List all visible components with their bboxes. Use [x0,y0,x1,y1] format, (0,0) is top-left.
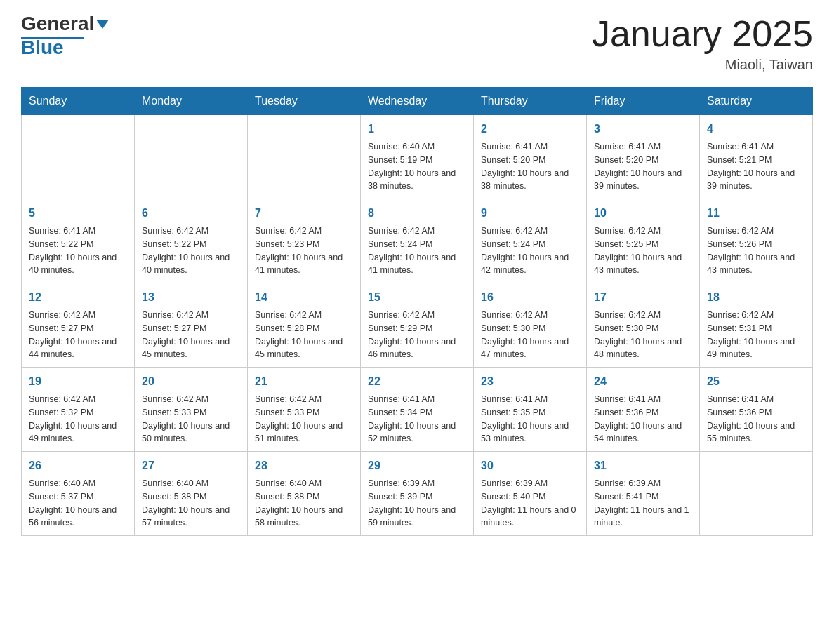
logo-text: General [21,14,109,34]
day-info: Sunrise: 6:41 AM Sunset: 5:20 PM Dayligh… [481,140,579,193]
day-info: Sunrise: 6:42 AM Sunset: 5:33 PM Dayligh… [142,393,240,445]
day-info: Sunrise: 6:42 AM Sunset: 5:25 PM Dayligh… [594,224,692,277]
calendar-cell: 3Sunrise: 6:41 AM Sunset: 5:20 PM Daylig… [587,115,700,199]
title-section: January 2025 Miaoli, Taiwan [592,14,813,73]
header-saturday: Saturday [700,88,813,115]
day-info: Sunrise: 6:42 AM Sunset: 5:24 PM Dayligh… [368,224,466,277]
header-monday: Monday [135,88,248,115]
calendar-cell: 21Sunrise: 6:42 AM Sunset: 5:33 PM Dayli… [248,368,361,452]
day-number: 4 [707,121,805,137]
calendar-cell: 8Sunrise: 6:42 AM Sunset: 5:24 PM Daylig… [361,199,474,283]
day-number: 7 [255,205,353,222]
day-number: 31 [594,457,692,474]
day-info: Sunrise: 6:42 AM Sunset: 5:27 PM Dayligh… [29,309,127,361]
day-number: 24 [594,373,692,390]
day-info: Sunrise: 6:42 AM Sunset: 5:33 PM Dayligh… [255,393,353,445]
day-number: 20 [142,373,240,390]
day-info: Sunrise: 6:42 AM Sunset: 5:30 PM Dayligh… [481,309,579,361]
calendar-cell [22,115,135,199]
calendar-header-row: SundayMondayTuesdayWednesdayThursdayFrid… [22,88,813,115]
day-number: 11 [707,205,805,222]
calendar-cell: 31Sunrise: 6:39 AM Sunset: 5:41 PM Dayli… [587,452,700,536]
day-number: 25 [707,373,805,390]
calendar-cell: 6Sunrise: 6:42 AM Sunset: 5:22 PM Daylig… [135,199,248,283]
month-title: January 2025 [592,14,813,54]
calendar-cell: 17Sunrise: 6:42 AM Sunset: 5:30 PM Dayli… [587,283,700,368]
calendar-cell: 18Sunrise: 6:42 AM Sunset: 5:31 PM Dayli… [700,283,813,368]
day-info: Sunrise: 6:42 AM Sunset: 5:27 PM Dayligh… [142,309,240,361]
calendar-cell: 20Sunrise: 6:42 AM Sunset: 5:33 PM Dayli… [135,368,248,452]
day-number: 2 [481,121,579,137]
day-info: Sunrise: 6:42 AM Sunset: 5:28 PM Dayligh… [255,309,353,361]
calendar-cell: 16Sunrise: 6:42 AM Sunset: 5:30 PM Dayli… [474,283,587,368]
day-number: 14 [255,289,353,306]
calendar-cell: 25Sunrise: 6:41 AM Sunset: 5:36 PM Dayli… [700,368,813,452]
day-info: Sunrise: 6:41 AM Sunset: 5:34 PM Dayligh… [368,393,466,445]
day-info: Sunrise: 6:42 AM Sunset: 5:22 PM Dayligh… [142,224,240,277]
calendar-cell: 12Sunrise: 6:42 AM Sunset: 5:27 PM Dayli… [22,283,135,368]
calendar-cell: 27Sunrise: 6:40 AM Sunset: 5:38 PM Dayli… [135,452,248,536]
calendar-cell: 9Sunrise: 6:42 AM Sunset: 5:24 PM Daylig… [474,199,587,283]
day-info: Sunrise: 6:41 AM Sunset: 5:20 PM Dayligh… [594,140,692,193]
day-number: 6 [142,205,240,222]
calendar-cell: 13Sunrise: 6:42 AM Sunset: 5:27 PM Dayli… [135,283,248,368]
location: Miaoli, Taiwan [592,57,813,73]
day-info: Sunrise: 6:42 AM Sunset: 5:32 PM Dayligh… [29,393,127,445]
day-info: Sunrise: 6:41 AM Sunset: 5:22 PM Dayligh… [29,224,127,277]
day-info: Sunrise: 6:42 AM Sunset: 5:30 PM Dayligh… [594,309,692,361]
day-number: 9 [481,205,579,222]
calendar-cell: 5Sunrise: 6:41 AM Sunset: 5:22 PM Daylig… [22,199,135,283]
calendar-cell: 2Sunrise: 6:41 AM Sunset: 5:20 PM Daylig… [474,115,587,199]
day-number: 8 [368,205,466,222]
day-info: Sunrise: 6:40 AM Sunset: 5:38 PM Dayligh… [142,477,240,530]
day-number: 1 [368,121,466,137]
day-info: Sunrise: 6:42 AM Sunset: 5:26 PM Dayligh… [707,224,805,277]
day-number: 18 [707,289,805,306]
day-number: 29 [368,457,466,474]
day-number: 13 [142,289,240,306]
day-info: Sunrise: 6:40 AM Sunset: 5:19 PM Dayligh… [368,140,466,193]
day-number: 28 [255,457,353,474]
day-info: Sunrise: 6:40 AM Sunset: 5:37 PM Dayligh… [29,477,127,530]
calendar-week-3: 12Sunrise: 6:42 AM Sunset: 5:27 PM Dayli… [22,283,813,368]
day-info: Sunrise: 6:40 AM Sunset: 5:38 PM Dayligh… [255,477,353,530]
header-wednesday: Wednesday [361,88,474,115]
day-number: 22 [368,373,466,390]
calendar-cell [135,115,248,199]
day-info: Sunrise: 6:42 AM Sunset: 5:31 PM Dayligh… [707,309,805,361]
day-info: Sunrise: 6:41 AM Sunset: 5:36 PM Dayligh… [594,393,692,445]
calendar-week-1: 1Sunrise: 6:40 AM Sunset: 5:19 PM Daylig… [22,115,813,199]
header-tuesday: Tuesday [248,88,361,115]
calendar-cell [248,115,361,199]
day-number: 17 [594,289,692,306]
calendar-week-4: 19Sunrise: 6:42 AM Sunset: 5:32 PM Dayli… [22,368,813,452]
day-info: Sunrise: 6:39 AM Sunset: 5:40 PM Dayligh… [481,477,579,530]
calendar-cell: 14Sunrise: 6:42 AM Sunset: 5:28 PM Dayli… [248,283,361,368]
calendar-cell: 24Sunrise: 6:41 AM Sunset: 5:36 PM Dayli… [587,368,700,452]
day-info: Sunrise: 6:41 AM Sunset: 5:21 PM Dayligh… [707,140,805,193]
header-friday: Friday [587,88,700,115]
calendar-cell: 23Sunrise: 6:41 AM Sunset: 5:35 PM Dayli… [474,368,587,452]
day-info: Sunrise: 6:42 AM Sunset: 5:29 PM Dayligh… [368,309,466,361]
day-info: Sunrise: 6:41 AM Sunset: 5:36 PM Dayligh… [707,393,805,445]
calendar-week-2: 5Sunrise: 6:41 AM Sunset: 5:22 PM Daylig… [22,199,813,283]
calendar-cell: 30Sunrise: 6:39 AM Sunset: 5:40 PM Dayli… [474,452,587,536]
calendar-cell: 10Sunrise: 6:42 AM Sunset: 5:25 PM Dayli… [587,199,700,283]
day-number: 5 [29,205,127,222]
page-header: General Blue January 2025 Miaoli, Taiwan [21,14,813,73]
calendar-week-5: 26Sunrise: 6:40 AM Sunset: 5:37 PM Dayli… [22,452,813,536]
calendar-cell: 1Sunrise: 6:40 AM Sunset: 5:19 PM Daylig… [361,115,474,199]
calendar-table: SundayMondayTuesdayWednesdayThursdayFrid… [21,87,813,536]
day-info: Sunrise: 6:39 AM Sunset: 5:39 PM Dayligh… [368,477,466,530]
calendar-cell [700,452,813,536]
header-sunday: Sunday [22,88,135,115]
calendar-cell: 26Sunrise: 6:40 AM Sunset: 5:37 PM Dayli… [22,452,135,536]
calendar-cell: 28Sunrise: 6:40 AM Sunset: 5:38 PM Dayli… [248,452,361,536]
calendar-cell: 11Sunrise: 6:42 AM Sunset: 5:26 PM Dayli… [700,199,813,283]
calendar-cell: 7Sunrise: 6:42 AM Sunset: 5:23 PM Daylig… [248,199,361,283]
calendar-cell: 15Sunrise: 6:42 AM Sunset: 5:29 PM Dayli… [361,283,474,368]
calendar-cell: 29Sunrise: 6:39 AM Sunset: 5:39 PM Dayli… [361,452,474,536]
calendar-cell: 19Sunrise: 6:42 AM Sunset: 5:32 PM Dayli… [22,368,135,452]
day-number: 3 [594,121,692,137]
day-info: Sunrise: 6:42 AM Sunset: 5:24 PM Dayligh… [481,224,579,277]
